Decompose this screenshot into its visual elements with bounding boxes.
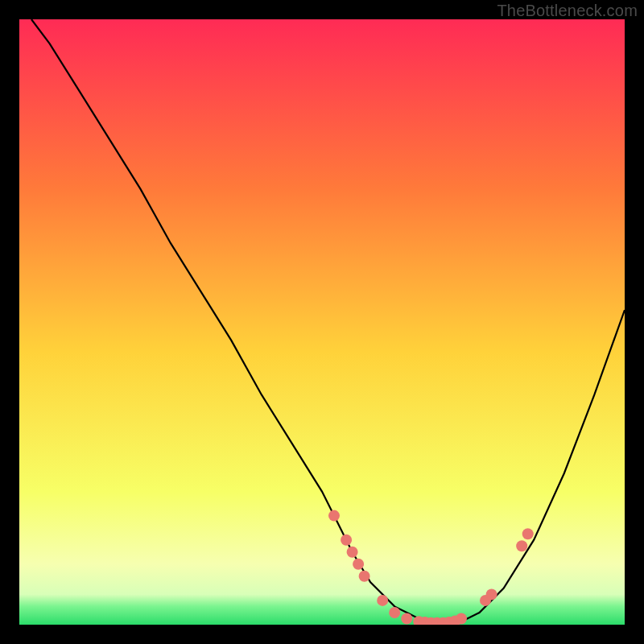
data-point (359, 571, 370, 582)
data-point (486, 588, 497, 600)
bottleneck-chart (19, 19, 625, 625)
gradient-background (19, 19, 625, 625)
data-point (353, 559, 364, 570)
data-point (516, 540, 527, 551)
data-point (401, 613, 412, 625)
chart-frame (19, 19, 625, 625)
attribution-text: TheBottleneck.com (497, 2, 638, 20)
data-point (389, 607, 400, 618)
data-point (377, 595, 388, 606)
data-point (341, 535, 352, 546)
data-point (347, 547, 358, 558)
data-point (522, 528, 534, 539)
data-point (328, 510, 340, 522)
data-point (456, 613, 467, 625)
